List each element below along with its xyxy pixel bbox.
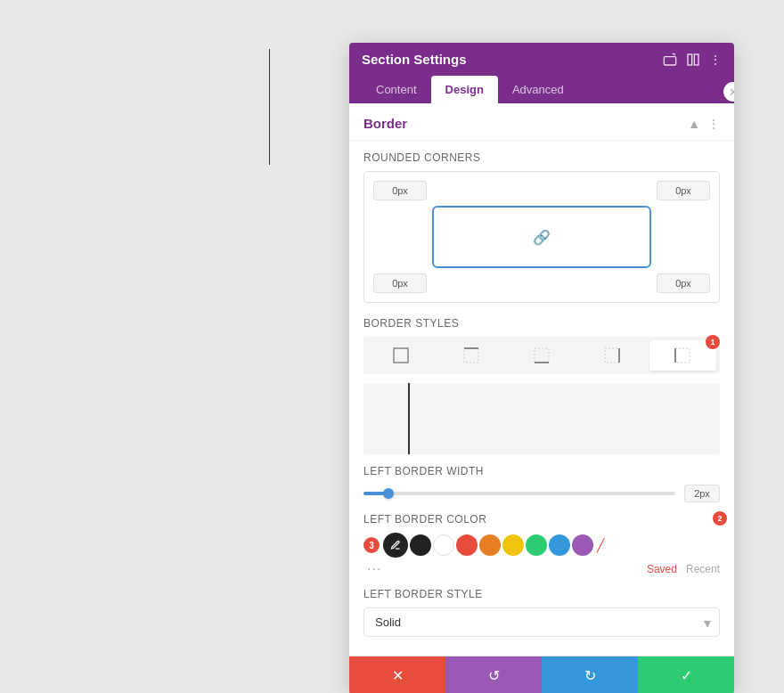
section-more-icon[interactable]: ⋮	[707, 117, 720, 131]
left-border-style-select[interactable]: Solid Dashed Dotted Double None	[363, 607, 720, 637]
border-left-btn[interactable]: 1	[649, 340, 716, 371]
bottom-left-input[interactable]	[373, 273, 427, 293]
cancel-button[interactable]: ✕	[349, 656, 445, 693]
border-bottom-btn[interactable]	[508, 340, 575, 371]
more-options-icon[interactable]: ⋮	[709, 53, 722, 67]
saved-label[interactable]: Saved	[647, 563, 677, 575]
slider-thumb[interactable]	[383, 488, 394, 499]
rounded-corners-box: 🔗	[363, 171, 720, 303]
border-styles-section: Border Styles	[363, 317, 720, 454]
border-preview-line	[408, 383, 410, 454]
section-actions: ▲ ⋮	[688, 117, 720, 131]
border-right-icon	[602, 346, 622, 365]
save-button[interactable]: ✓	[638, 656, 734, 693]
border-left-icon	[673, 346, 692, 365]
corner-center-preview: 🔗	[432, 206, 651, 268]
slider-value[interactable]: 2px	[684, 485, 720, 502]
corners-grid: 🔗	[373, 181, 710, 293]
border-preview	[363, 383, 720, 454]
border-right-btn[interactable]	[579, 340, 646, 371]
color-swatch-blue[interactable]	[549, 534, 570, 556]
left-border-color-section: Left Border Color 3	[363, 513, 720, 577]
left-border-color-label: Left Border Color	[363, 513, 720, 526]
svg-rect-8	[605, 348, 619, 363]
svg-rect-1	[688, 54, 692, 65]
border-top-icon	[461, 346, 481, 365]
color-palette-row: 3 ╱	[363, 533, 604, 558]
left-border-style-label: Left Border Style	[363, 588, 720, 600]
panel-body: Border ▲ ⋮ Rounded Corners 🔗	[349, 103, 734, 656]
border-section-title: Border	[363, 116, 407, 131]
color-swatch-red[interactable]	[456, 534, 478, 556]
header-icons: ⋮	[663, 53, 722, 67]
border-bottom-icon	[532, 346, 551, 365]
tab-advanced[interactable]: Advanced	[498, 76, 578, 103]
bottom-right-input[interactable]	[657, 273, 710, 293]
badge-2: 2	[713, 511, 727, 526]
tab-content[interactable]: Content	[362, 76, 431, 103]
recent-label[interactable]: Recent	[686, 563, 720, 575]
red-slash-swatch[interactable]: ╱	[597, 538, 604, 552]
color-swatch-yellow[interactable]	[502, 534, 524, 556]
svg-rect-10	[675, 348, 690, 363]
slider-track[interactable]	[363, 492, 675, 495]
svg-rect-6	[535, 348, 549, 363]
link-icon[interactable]: 🔗	[533, 229, 551, 246]
badge-3: 3	[363, 537, 380, 553]
border-all-btn[interactable]	[367, 340, 434, 371]
svg-rect-3	[394, 348, 408, 363]
border-style-options: 1	[363, 337, 720, 374]
redo-button[interactable]: ↻	[542, 656, 638, 693]
color-swatch-purple[interactable]	[572, 534, 593, 556]
color-more-btn[interactable]: ···	[367, 561, 381, 577]
left-border-style-wrapper: Solid Dashed Dotted Double None	[363, 607, 720, 637]
undo-button[interactable]: ↺	[445, 656, 542, 693]
border-all-icon	[391, 346, 411, 365]
responsive-icon[interactable]	[663, 53, 677, 67]
collapse-icon[interactable]: ▲	[688, 117, 700, 131]
tabs-bar: Content Design Advanced	[349, 76, 734, 103]
top-right-input[interactable]	[657, 181, 710, 200]
badge-1: 1	[706, 335, 720, 349]
rounded-corners-label: Rounded Corners	[363, 151, 720, 164]
color-swatch-white[interactable]	[433, 534, 454, 556]
panel-header: Section Settings ⋮	[349, 43, 734, 76]
color-swatch-orange[interactable]	[479, 534, 501, 556]
border-top-btn[interactable]	[437, 340, 504, 371]
color-swatch-green[interactable]	[526, 534, 547, 556]
section-settings-panel: Section Settings ⋮ ✕ Content Design Adva…	[349, 43, 734, 693]
left-border-width-label: Left Border Width	[363, 465, 720, 477]
palette-and-saved: 3 ╱	[363, 533, 720, 558]
vertical-divider	[269, 49, 270, 165]
border-section-header: Border ▲ ⋮	[349, 103, 734, 141]
columns-icon[interactable]	[686, 53, 700, 67]
content-area: Rounded Corners 🔗	[349, 141, 734, 648]
tab-design[interactable]: Design	[431, 76, 498, 103]
border-styles-label: Border Styles	[363, 317, 720, 330]
svg-rect-4	[464, 348, 478, 363]
top-left-input[interactable]	[373, 181, 427, 200]
svg-rect-0	[664, 56, 675, 64]
color-picker-btn[interactable]	[383, 533, 408, 558]
color-swatch-black[interactable]	[410, 534, 431, 556]
panel-footer: ✕ ↺ ↻ ✓	[349, 656, 734, 693]
panel-title: Section Settings	[362, 52, 467, 67]
svg-rect-2	[694, 54, 698, 65]
left-border-width-slider-row: 2px 2	[363, 485, 720, 502]
